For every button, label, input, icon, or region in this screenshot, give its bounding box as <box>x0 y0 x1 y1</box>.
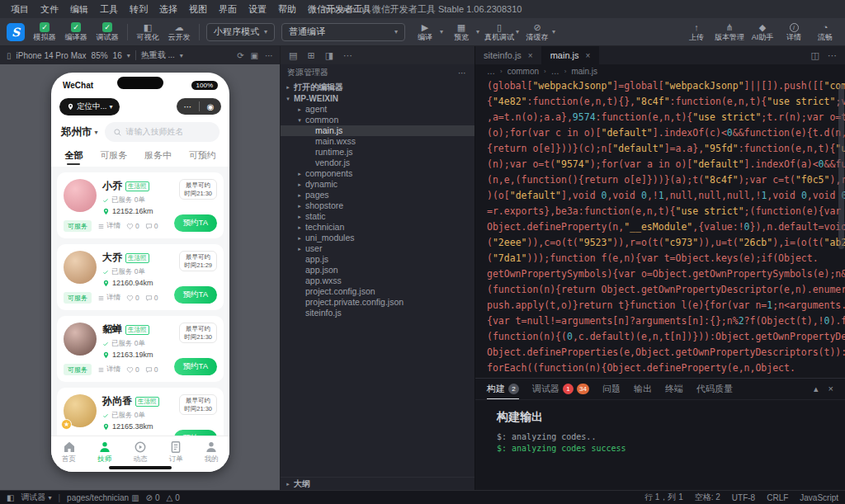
network-type[interactable]: 16 <box>113 51 122 60</box>
technician-card[interactable]: 貂蝉生活照已服务 0单12163.19km最早可约时间21:30预约TA可服务详… <box>57 316 224 382</box>
like-count[interactable]: 0 <box>126 222 139 230</box>
tab-close-icon[interactable]: × <box>528 51 533 60</box>
tree-file-main.js[interactable]: main.js <box>281 125 474 136</box>
tree-folder-agent[interactable]: ▸agent <box>281 104 474 115</box>
tabbar-item-0[interactable]: 首页 <box>62 440 76 464</box>
ai-assistant-button[interactable]: ◆AI助手 <box>749 22 776 41</box>
compile-button[interactable]: ▶编译 <box>412 22 438 41</box>
tree-file-runtime.js[interactable]: runtime.js <box>281 147 474 158</box>
mode-dropdown[interactable]: 小程序模式 ▾ <box>206 23 275 41</box>
capsule-close-icon[interactable]: ◉ <box>207 102 215 111</box>
tree-file-app.json[interactable]: app.json <box>281 265 474 276</box>
code-editor[interactable]: (global["webpackJsonp"]=global["webpackJ… <box>475 78 845 378</box>
tree-file-main.wxss[interactable]: main.wxss <box>281 136 474 147</box>
chevron-down-icon[interactable]: ▾ <box>552 28 555 35</box>
rotate-icon[interactable]: ⟳ <box>237 51 243 60</box>
project-root[interactable]: ▾ MP-WEIXIN <box>281 92 474 104</box>
filter-tab-2[interactable]: 服务中 <box>144 149 172 165</box>
filter-tab-3[interactable]: 可预约 <box>189 149 216 165</box>
panel-tab-2[interactable]: 问题 <box>602 379 621 399</box>
capsule-more-icon[interactable]: ⋯ <box>184 102 192 111</box>
chevron-down-icon[interactable]: ▾ <box>516 28 519 35</box>
technician-card[interactable]: 大乔生活照已服务 0单12160.94km最早可约时间21:29预约TA可服务详… <box>57 244 224 310</box>
version-manage-button[interactable]: ⋔版本管理 <box>715 22 744 41</box>
detail-link[interactable]: 详情 <box>97 221 120 231</box>
statusbar-right-item-4[interactable]: JavaScript <box>800 492 838 503</box>
close-icon[interactable]: × <box>828 384 833 394</box>
sim-more-icon[interactable]: ⋯ <box>265 51 273 60</box>
files-view-icon[interactable]: ▤ <box>289 50 297 61</box>
tree-file-siteinfo.js[interactable]: siteinfo.js <box>281 308 474 318</box>
tree-folder-dynamic[interactable]: ▸dynamic <box>281 179 474 190</box>
layout-icon[interactable]: ◧ <box>7 493 14 502</box>
technician-name[interactable]: 小乔 <box>102 179 122 193</box>
menu-item-4[interactable]: 转到 <box>124 3 153 16</box>
open-editors-section[interactable]: ▸ 打开的编辑器 <box>281 81 474 92</box>
menu-item-0[interactable]: 项目 <box>5 3 35 16</box>
comment-count[interactable]: 0 <box>145 222 158 230</box>
tree-file-app.js[interactable]: app.js <box>281 254 474 265</box>
preview-button[interactable]: ▦预览 <box>448 22 474 41</box>
tree-folder-components[interactable]: ▸components <box>281 168 474 179</box>
chevron-up-icon[interactable]: ▴ <box>814 384 819 394</box>
zoom-level[interactable]: 85% <box>92 51 108 60</box>
menu-item-6[interactable]: 视图 <box>183 3 213 16</box>
app-logo[interactable]: S <box>7 23 25 41</box>
book-button[interactable]: 预约TA <box>174 286 217 304</box>
technician-search-input[interactable]: 请输入技师姓名 <box>105 122 220 142</box>
chevron-down-icon[interactable]: ▾ <box>476 28 479 35</box>
technician-avatar[interactable]: ★ <box>64 394 97 427</box>
menu-item-3[interactable]: 工具 <box>94 3 124 16</box>
detail-link[interactable]: 详情 <box>97 365 120 374</box>
book-button[interactable]: 预约TA <box>174 358 217 375</box>
search-view-icon[interactable]: ⊞ <box>307 50 314 61</box>
technician-avatar[interactable] <box>64 323 97 356</box>
technician-card[interactable]: 小乔生活照已服务 0单12152.16km最早可约时间21:30预约TA可服务详… <box>57 172 224 238</box>
tree-folder-uni_modules[interactable]: ▸uni_modules <box>281 233 474 243</box>
statusbar-right-item-1[interactable]: 空格: 2 <box>695 492 720 503</box>
menu-item-9[interactable]: 帮助 <box>272 3 302 16</box>
toggle-debugger[interactable]: ✓调试器 <box>94 22 120 41</box>
editor-tab-main.js[interactable]: main.js× <box>542 46 600 64</box>
detail-link[interactable]: 详情 <box>97 293 120 303</box>
book-button[interactable]: 预约TA <box>174 214 217 232</box>
split-editor-icon[interactable]: ◫ <box>811 50 819 61</box>
tree-folder-common[interactable]: ▾common <box>281 115 474 125</box>
tree-file-project.private.config.json[interactable]: project.private.config.json <box>281 297 474 308</box>
editor-tab-siteinfo.js[interactable]: siteinfo.js× <box>475 46 542 64</box>
page-path[interactable]: pages/technician ▥ <box>67 493 139 502</box>
clear-cache-button[interactable]: ⊘清缓存 <box>524 22 550 41</box>
book-button[interactable]: 预约TA <box>174 430 217 436</box>
technician-name[interactable]: 貂蝉 <box>102 323 122 337</box>
comment-count[interactable]: 0 <box>145 294 158 302</box>
panel-tab-4[interactable]: 终端 <box>665 379 683 399</box>
panel-tab-0[interactable]: 构建2 <box>487 379 519 399</box>
tree-file-project.config.json[interactable]: project.config.json <box>281 286 474 297</box>
error-count[interactable]: ⊘ 0 <box>146 493 160 502</box>
like-count[interactable]: 0 <box>126 365 139 374</box>
explorer-more-icon[interactable]: ⋯ <box>458 68 466 78</box>
tree-folder-technician[interactable]: ▸technician <box>281 222 474 233</box>
city-selector[interactable]: 郑州市 ▾ <box>61 125 98 139</box>
filter-tab-1[interactable]: 可服务 <box>100 149 127 165</box>
statusbar-dropdown[interactable]: 调试器 ▾ <box>21 492 51 503</box>
breadcrumb-item-0[interactable]: … <box>487 67 495 76</box>
tree-folder-shopstore[interactable]: ▸shopstore <box>281 200 474 211</box>
tabbar-item-1[interactable]: 技师 <box>97 440 111 464</box>
breadcrumb-item-3[interactable]: main.js <box>571 67 597 76</box>
menu-item-7[interactable]: 界面 <box>213 3 243 16</box>
location-pill[interactable]: 定位中... ▾ <box>59 98 120 115</box>
performance-button[interactable]: ◔流畅 <box>812 22 838 41</box>
panel-tab-5[interactable]: 代码质量 <box>696 379 733 399</box>
technician-name[interactable]: 孙尚香 <box>102 394 132 408</box>
statusbar-right-item-3[interactable]: CRLF <box>767 492 788 503</box>
menu-item-5[interactable]: 选择 <box>153 3 183 16</box>
split-view-icon[interactable]: ◨ <box>325 50 333 61</box>
filter-tab-0[interactable]: 全部 <box>64 149 83 165</box>
tree-file-vendor.js[interactable]: vendor.js <box>281 158 474 168</box>
breadcrumb-item-2[interactable]: … <box>551 67 559 76</box>
statusbar-right-item-2[interactable]: UTF-8 <box>732 492 755 503</box>
tabbar-item-3[interactable]: 订单 <box>169 440 183 464</box>
menu-item-2[interactable]: 编辑 <box>64 3 94 16</box>
panel-tab-3[interactable]: 输出 <box>634 379 652 399</box>
